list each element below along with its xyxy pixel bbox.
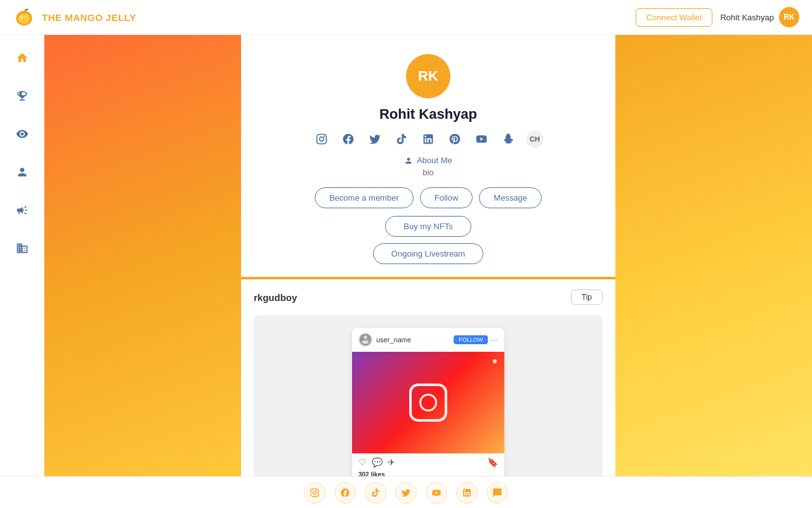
- social-icons-row: CH: [313, 130, 544, 148]
- youtube-icon[interactable]: [473, 130, 490, 148]
- mango-logo-icon: [13, 6, 36, 29]
- right-decorative-panel: [615, 35, 812, 508]
- footer-social-bar: [0, 476, 812, 508]
- profile-action-buttons: Become a member Follow Message: [315, 187, 542, 208]
- user-avatar-small: RK: [779, 7, 799, 27]
- header-left: THE MANGO JELLY: [13, 6, 136, 29]
- instagram-logo-mock: [409, 384, 447, 422]
- instagram-post-container: user_name FOLLOW ···: [254, 315, 603, 503]
- about-me-text: About Me: [417, 156, 452, 165]
- header: THE MANGO JELLY Connect Wallet Rohit Kas…: [0, 0, 812, 35]
- username-label: rkgudboy: [254, 292, 297, 303]
- profile-avatar: RK: [406, 54, 450, 98]
- footer-linkedin-icon[interactable]: [456, 482, 478, 504]
- footer-instagram-icon[interactable]: [304, 482, 325, 504]
- content-area: rkgudboy Tip user_name FOLLOW: [241, 279, 615, 508]
- sidebar-item-trophy[interactable]: [12, 86, 32, 106]
- post-header: user_name FOLLOW ···: [352, 328, 504, 352]
- facebook-icon[interactable]: [339, 130, 357, 148]
- post-follow-button[interactable]: FOLLOW: [454, 335, 488, 344]
- sidebar-item-home[interactable]: [12, 48, 32, 68]
- footer-facebook-icon[interactable]: [334, 482, 356, 504]
- user-display-name: Rohit Kashyap: [720, 13, 774, 22]
- svg-point-1: [18, 14, 30, 24]
- left-decorative-panel: [44, 35, 241, 508]
- post-username: user_name: [376, 336, 411, 344]
- svg-point-2: [20, 15, 23, 18]
- follow-button[interactable]: Follow: [420, 187, 473, 208]
- instagram-icon[interactable]: [313, 130, 331, 148]
- comment-icon[interactable]: 💬: [372, 457, 383, 467]
- header-right: Connect Wallet Rohit Kashyap RK: [636, 7, 799, 27]
- user-info: Rohit Kashyap RK: [720, 7, 799, 27]
- post-card: user_name FOLLOW ···: [352, 328, 504, 490]
- connect-wallet-button[interactable]: Connect Wallet: [636, 8, 713, 27]
- become-member-button[interactable]: Become a member: [315, 187, 414, 208]
- main-layout: RK Rohit Kashyap: [0, 35, 812, 508]
- sidebar: [0, 35, 44, 508]
- buy-nfts-button[interactable]: Buy my NFTs: [385, 216, 471, 237]
- like-icon[interactable]: ♡: [358, 457, 367, 467]
- footer-youtube-icon[interactable]: [426, 482, 447, 504]
- brand-name: THE MANGO JELLY: [42, 12, 136, 23]
- sidebar-item-megaphone[interactable]: [12, 200, 32, 220]
- profile-section: RK Rohit Kashyap: [241, 35, 615, 279]
- sidebar-item-buildings[interactable]: [12, 238, 32, 258]
- post-user: user_name: [358, 333, 411, 347]
- post-action-icons: ♡ 💬 ✈: [358, 457, 395, 467]
- footer-twitter-icon[interactable]: [395, 482, 417, 504]
- footer-chat-icon[interactable]: [487, 482, 508, 504]
- tip-button[interactable]: Tip: [571, 290, 603, 305]
- snapchat-icon[interactable]: [499, 130, 517, 148]
- sidebar-item-person[interactable]: [12, 162, 32, 182]
- main-content: RK Rohit Kashyap: [241, 35, 615, 508]
- content-header: rkgudboy Tip: [254, 290, 603, 305]
- twitter-icon[interactable]: [366, 130, 384, 148]
- linkedin-icon[interactable]: [419, 130, 437, 148]
- message-button[interactable]: Message: [479, 187, 542, 208]
- share-icon[interactable]: ✈: [388, 457, 395, 467]
- pinterest-icon[interactable]: [446, 130, 464, 148]
- post-user-avatar-icon: [358, 333, 372, 347]
- footer-tiktok-icon[interactable]: [365, 482, 386, 504]
- profile-name: Rohit Kashyap: [379, 106, 477, 123]
- bio-text: bio: [422, 168, 433, 177]
- sidebar-item-eye[interactable]: [12, 124, 32, 144]
- instagram-inner-circle: [419, 394, 437, 411]
- post-more-icon[interactable]: ···: [490, 335, 498, 345]
- post-image: [352, 352, 504, 453]
- post-actions: ♡ 💬 ✈ 🔖: [352, 453, 504, 471]
- ongoing-livestream-button[interactable]: Ongoing Livestream: [373, 243, 483, 264]
- about-me-label: About Me: [404, 156, 452, 165]
- bookmark-icon[interactable]: 🔖: [487, 457, 498, 467]
- instagram-dot: [493, 359, 497, 363]
- clubhouse-icon[interactable]: CH: [526, 130, 544, 148]
- tiktok-icon[interactable]: [393, 130, 410, 148]
